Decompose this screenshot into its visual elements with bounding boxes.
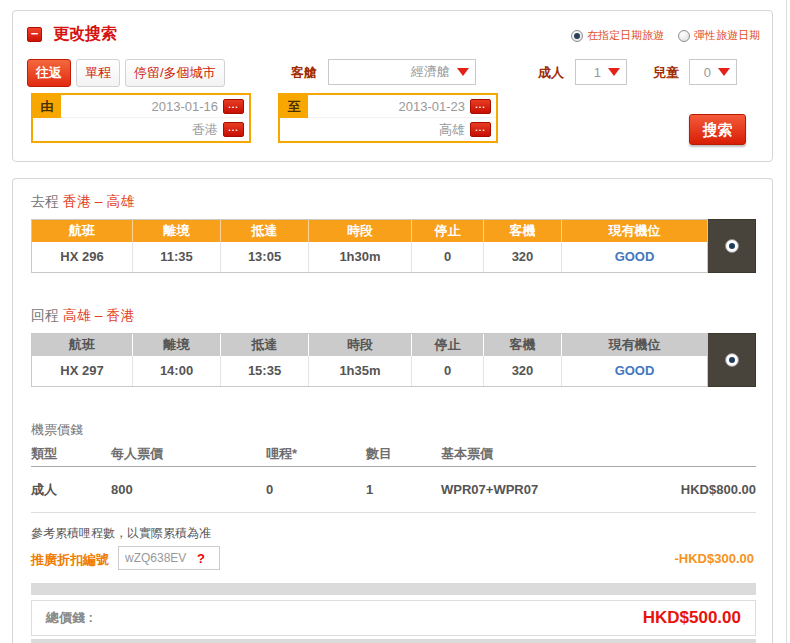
tab-one-way[interactable]: 單程 <box>76 59 120 87</box>
column-fare-per-person: 每人票價 <box>111 445 266 463</box>
collapse-icon[interactable]: − <box>27 27 42 42</box>
column-departure: 離境 <box>132 220 220 242</box>
column-duration: 時段 <box>308 334 411 356</box>
to-city-value[interactable]: 高雄 <box>439 121 465 139</box>
from-city-value[interactable]: 香港 <box>192 121 218 139</box>
asterisk-icon: * <box>292 446 297 461</box>
promo-code-label: 推廣折扣編號 <box>31 551 109 569</box>
from-date-value[interactable]: 2013-01-16 <box>152 99 219 114</box>
tab-round-trip[interactable]: 往返 <box>27 59 71 87</box>
inbound-table-header: 航班 離境 抵達 時段 停止 客機 現有機位 <box>32 334 707 356</box>
column-aircraft: 客機 <box>483 220 561 242</box>
mileage-value: 0 <box>266 482 366 497</box>
results-panel: 去程 香港 – 高雄 航班 離境 抵達 時段 停止 客機 現有機位 HX 296… <box>12 178 773 643</box>
column-type: 類型 <box>31 445 111 463</box>
children-label: 兒童 <box>653 64 679 82</box>
availability-status: GOOD <box>561 242 707 272</box>
outbound-select-cell[interactable] <box>708 219 756 273</box>
column-count: 數目 <box>366 445 441 463</box>
section-divider-bar <box>31 583 756 595</box>
from-label: 由 <box>33 95 61 118</box>
radio-selected-icon[interactable] <box>571 30 583 42</box>
to-date-picker-icon[interactable]: ... <box>470 99 491 114</box>
to-city-picker-icon[interactable]: ... <box>470 122 491 137</box>
radio-specified-dates-label: 在指定日期旅遊 <box>587 28 664 43</box>
radio-flexible-dates-label: 彈性旅遊日期 <box>694 28 760 43</box>
inbound-heading: 回程 高雄 – 香港 <box>31 307 134 325</box>
page-edge-divider <box>786 0 787 643</box>
cabin-value: 經濟艙 <box>411 63 450 81</box>
arrival-time: 15:35 <box>220 356 308 386</box>
inbound-select-cell[interactable] <box>708 333 756 387</box>
change-search-panel: − 更改搜索 在指定日期旅遊 彈性旅遊日期 往返 單程 停留/多個城市 客艙 經… <box>12 10 773 162</box>
inbound-route: 高雄 – 香港 <box>63 307 135 323</box>
radio-flexible-dates[interactable]: 彈性旅遊日期 <box>678 28 760 43</box>
adults-value: 1 <box>594 65 601 80</box>
cabin-label: 客艙 <box>291 64 317 82</box>
aircraft-type: 320 <box>483 356 561 386</box>
arrival-time: 13:05 <box>220 242 308 272</box>
adults-select[interactable]: 1 <box>575 59 627 85</box>
departure-time: 11:35 <box>132 242 220 272</box>
column-arrival: 抵達 <box>220 334 308 356</box>
chevron-down-icon <box>457 68 469 76</box>
pricing-table-row: 成人 800 0 1 WPR07+WPR07 HKD$800.00 <box>31 467 756 513</box>
outbound-prefix: 去程 <box>31 193 59 209</box>
flight-selected-radio-icon[interactable] <box>725 239 739 253</box>
column-availability: 現有機位 <box>561 334 707 356</box>
flight-selected-radio-icon[interactable] <box>725 353 739 367</box>
duration: 1h35m <box>308 356 411 386</box>
to-date-value[interactable]: 2013-01-23 <box>399 99 466 114</box>
base-fare-code: WPR07+WPR07 <box>441 482 538 497</box>
help-icon[interactable]: ? <box>197 551 205 566</box>
radio-specified-dates[interactable]: 在指定日期旅遊 <box>571 28 664 43</box>
outbound-route: 香港 – 高雄 <box>63 193 135 209</box>
inbound-prefix: 回程 <box>31 307 59 323</box>
total-price-label: 總價錢 : <box>46 609 93 627</box>
cabin-select[interactable]: 經濟艙 <box>328 59 476 85</box>
availability-status: GOOD <box>561 356 707 386</box>
column-base-fare: 基本票價 <box>441 445 756 463</box>
column-mileage: 哩程* <box>266 445 366 463</box>
tab-multi-city[interactable]: 停留/多個城市 <box>125 59 225 87</box>
search-button[interactable]: 搜索 <box>689 114 746 145</box>
from-date-picker-icon[interactable]: ... <box>223 99 244 114</box>
column-stops: 停止 <box>411 334 483 356</box>
chevron-down-icon <box>608 68 620 76</box>
children-select[interactable]: 0 <box>689 59 737 85</box>
trip-type-tabs: 往返 單程 停留/多個城市 <box>27 59 225 87</box>
column-departure: 離境 <box>132 334 220 356</box>
fare-per-person: 800 <box>111 482 266 497</box>
flight-number: HX 297 <box>32 356 132 386</box>
next-section-bar <box>31 639 756 643</box>
promo-code-input[interactable] <box>125 551 197 565</box>
total-price-amount: HKD$500.00 <box>643 608 741 628</box>
column-stops: 停止 <box>411 220 483 242</box>
outbound-flight-table: 航班 離境 抵達 時段 停止 客機 現有機位 HX 296 11:35 13:0… <box>31 219 756 273</box>
pricing-table-header: 類型 每人票價 哩程* 數目 基本票價 <box>31 441 756 467</box>
discount-amount: -HKD$300.00 <box>675 551 755 566</box>
column-duration: 時段 <box>308 220 411 242</box>
from-city-picker-icon[interactable]: ... <box>223 122 244 137</box>
departure-time: 14:00 <box>132 356 220 386</box>
outbound-table-header: 航班 離境 抵達 時段 停止 客機 現有機位 <box>32 220 707 242</box>
column-flight: 航班 <box>32 334 132 356</box>
row-amount: HKD$800.00 <box>681 482 756 497</box>
table-row: HX 297 14:00 15:35 1h35m 0 320 GOOD <box>32 356 707 386</box>
to-box: 至 2013-01-23 ... 高雄 ... <box>278 93 498 143</box>
adults-label: 成人 <box>538 64 564 82</box>
radio-unselected-icon[interactable] <box>678 30 690 42</box>
flight-number: HX 296 <box>32 242 132 272</box>
children-value: 0 <box>704 65 711 80</box>
passenger-type: 成人 <box>31 481 111 499</box>
outbound-heading: 去程 香港 – 高雄 <box>31 193 134 211</box>
to-label: 至 <box>280 95 308 118</box>
chevron-down-icon <box>718 68 730 76</box>
mileage-note: 參考累積哩程數，以實際累積為准 <box>31 525 211 542</box>
table-row: HX 296 11:35 13:05 1h30m 0 320 GOOD <box>32 242 707 272</box>
count-value: 1 <box>366 482 441 497</box>
stops: 0 <box>411 242 483 272</box>
total-price-box: 總價錢 : HKD$500.00 <box>31 600 756 636</box>
promo-code-box: ? <box>118 546 220 570</box>
pricing-title: 機票價錢 <box>31 421 83 439</box>
